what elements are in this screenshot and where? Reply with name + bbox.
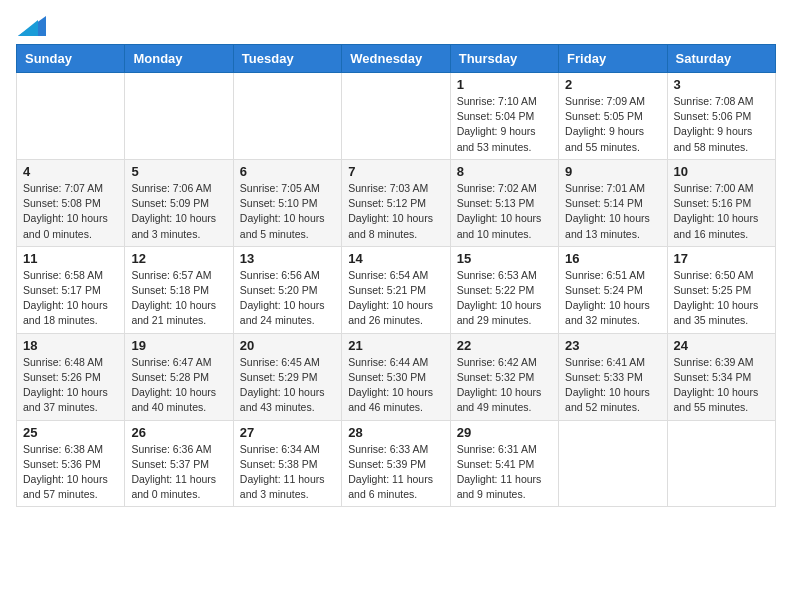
calendar-cell <box>233 73 341 160</box>
column-header-wednesday: Wednesday <box>342 45 450 73</box>
day-info: Sunrise: 6:45 AMSunset: 5:29 PMDaylight:… <box>240 355 335 416</box>
calendar-header-row: SundayMondayTuesdayWednesdayThursdayFrid… <box>17 45 776 73</box>
day-number: 3 <box>674 77 769 92</box>
day-number: 11 <box>23 251 118 266</box>
day-info: Sunrise: 7:01 AMSunset: 5:14 PMDaylight:… <box>565 181 660 242</box>
calendar-cell: 24Sunrise: 6:39 AMSunset: 5:34 PMDayligh… <box>667 333 775 420</box>
day-number: 18 <box>23 338 118 353</box>
svg-marker-1 <box>18 20 38 36</box>
column-header-sunday: Sunday <box>17 45 125 73</box>
calendar-cell <box>17 73 125 160</box>
logo <box>16 16 46 32</box>
day-info: Sunrise: 6:58 AMSunset: 5:17 PMDaylight:… <box>23 268 118 329</box>
calendar-cell: 7Sunrise: 7:03 AMSunset: 5:12 PMDaylight… <box>342 159 450 246</box>
day-info: Sunrise: 6:47 AMSunset: 5:28 PMDaylight:… <box>131 355 226 416</box>
calendar-cell: 17Sunrise: 6:50 AMSunset: 5:25 PMDayligh… <box>667 246 775 333</box>
day-number: 16 <box>565 251 660 266</box>
day-info: Sunrise: 6:51 AMSunset: 5:24 PMDaylight:… <box>565 268 660 329</box>
calendar-cell: 15Sunrise: 6:53 AMSunset: 5:22 PMDayligh… <box>450 246 558 333</box>
day-info: Sunrise: 6:42 AMSunset: 5:32 PMDaylight:… <box>457 355 552 416</box>
day-info: Sunrise: 7:00 AMSunset: 5:16 PMDaylight:… <box>674 181 769 242</box>
calendar-cell: 14Sunrise: 6:54 AMSunset: 5:21 PMDayligh… <box>342 246 450 333</box>
calendar-table: SundayMondayTuesdayWednesdayThursdayFrid… <box>16 44 776 507</box>
calendar-cell <box>342 73 450 160</box>
day-number: 20 <box>240 338 335 353</box>
day-number: 26 <box>131 425 226 440</box>
calendar-cell: 11Sunrise: 6:58 AMSunset: 5:17 PMDayligh… <box>17 246 125 333</box>
day-info: Sunrise: 6:54 AMSunset: 5:21 PMDaylight:… <box>348 268 443 329</box>
day-info: Sunrise: 7:07 AMSunset: 5:08 PMDaylight:… <box>23 181 118 242</box>
calendar-cell: 20Sunrise: 6:45 AMSunset: 5:29 PMDayligh… <box>233 333 341 420</box>
day-info: Sunrise: 7:08 AMSunset: 5:06 PMDaylight:… <box>674 94 769 155</box>
page-header <box>16 16 776 32</box>
day-number: 21 <box>348 338 443 353</box>
calendar-cell: 5Sunrise: 7:06 AMSunset: 5:09 PMDaylight… <box>125 159 233 246</box>
calendar-week-1: 1Sunrise: 7:10 AMSunset: 5:04 PMDaylight… <box>17 73 776 160</box>
calendar-cell: 12Sunrise: 6:57 AMSunset: 5:18 PMDayligh… <box>125 246 233 333</box>
calendar-cell: 16Sunrise: 6:51 AMSunset: 5:24 PMDayligh… <box>559 246 667 333</box>
calendar-cell: 28Sunrise: 6:33 AMSunset: 5:39 PMDayligh… <box>342 420 450 507</box>
day-info: Sunrise: 6:50 AMSunset: 5:25 PMDaylight:… <box>674 268 769 329</box>
day-number: 24 <box>674 338 769 353</box>
day-number: 4 <box>23 164 118 179</box>
calendar-cell: 19Sunrise: 6:47 AMSunset: 5:28 PMDayligh… <box>125 333 233 420</box>
calendar-cell: 3Sunrise: 7:08 AMSunset: 5:06 PMDaylight… <box>667 73 775 160</box>
day-info: Sunrise: 6:57 AMSunset: 5:18 PMDaylight:… <box>131 268 226 329</box>
day-number: 5 <box>131 164 226 179</box>
calendar-cell: 27Sunrise: 6:34 AMSunset: 5:38 PMDayligh… <box>233 420 341 507</box>
day-info: Sunrise: 7:06 AMSunset: 5:09 PMDaylight:… <box>131 181 226 242</box>
calendar-cell <box>667 420 775 507</box>
day-info: Sunrise: 7:02 AMSunset: 5:13 PMDaylight:… <box>457 181 552 242</box>
calendar-cell: 23Sunrise: 6:41 AMSunset: 5:33 PMDayligh… <box>559 333 667 420</box>
day-info: Sunrise: 6:56 AMSunset: 5:20 PMDaylight:… <box>240 268 335 329</box>
day-number: 1 <box>457 77 552 92</box>
calendar-cell: 26Sunrise: 6:36 AMSunset: 5:37 PMDayligh… <box>125 420 233 507</box>
day-number: 2 <box>565 77 660 92</box>
day-info: Sunrise: 6:44 AMSunset: 5:30 PMDaylight:… <box>348 355 443 416</box>
day-number: 10 <box>674 164 769 179</box>
calendar-cell: 10Sunrise: 7:00 AMSunset: 5:16 PMDayligh… <box>667 159 775 246</box>
column-header-saturday: Saturday <box>667 45 775 73</box>
day-info: Sunrise: 6:38 AMSunset: 5:36 PMDaylight:… <box>23 442 118 503</box>
calendar-cell: 1Sunrise: 7:10 AMSunset: 5:04 PMDaylight… <box>450 73 558 160</box>
day-number: 17 <box>674 251 769 266</box>
day-number: 28 <box>348 425 443 440</box>
day-number: 27 <box>240 425 335 440</box>
calendar-cell: 25Sunrise: 6:38 AMSunset: 5:36 PMDayligh… <box>17 420 125 507</box>
day-number: 13 <box>240 251 335 266</box>
calendar-week-4: 18Sunrise: 6:48 AMSunset: 5:26 PMDayligh… <box>17 333 776 420</box>
calendar-cell: 21Sunrise: 6:44 AMSunset: 5:30 PMDayligh… <box>342 333 450 420</box>
day-number: 7 <box>348 164 443 179</box>
calendar-cell: 2Sunrise: 7:09 AMSunset: 5:05 PMDaylight… <box>559 73 667 160</box>
day-info: Sunrise: 6:33 AMSunset: 5:39 PMDaylight:… <box>348 442 443 503</box>
day-number: 9 <box>565 164 660 179</box>
day-info: Sunrise: 6:53 AMSunset: 5:22 PMDaylight:… <box>457 268 552 329</box>
day-info: Sunrise: 7:10 AMSunset: 5:04 PMDaylight:… <box>457 94 552 155</box>
column-header-thursday: Thursday <box>450 45 558 73</box>
day-number: 12 <box>131 251 226 266</box>
calendar-cell: 18Sunrise: 6:48 AMSunset: 5:26 PMDayligh… <box>17 333 125 420</box>
calendar-cell: 9Sunrise: 7:01 AMSunset: 5:14 PMDaylight… <box>559 159 667 246</box>
day-info: Sunrise: 6:48 AMSunset: 5:26 PMDaylight:… <box>23 355 118 416</box>
calendar-cell: 8Sunrise: 7:02 AMSunset: 5:13 PMDaylight… <box>450 159 558 246</box>
calendar-cell: 6Sunrise: 7:05 AMSunset: 5:10 PMDaylight… <box>233 159 341 246</box>
day-number: 29 <box>457 425 552 440</box>
calendar-cell: 4Sunrise: 7:07 AMSunset: 5:08 PMDaylight… <box>17 159 125 246</box>
day-number: 8 <box>457 164 552 179</box>
column-header-monday: Monday <box>125 45 233 73</box>
day-number: 15 <box>457 251 552 266</box>
day-info: Sunrise: 6:36 AMSunset: 5:37 PMDaylight:… <box>131 442 226 503</box>
calendar-week-3: 11Sunrise: 6:58 AMSunset: 5:17 PMDayligh… <box>17 246 776 333</box>
column-header-friday: Friday <box>559 45 667 73</box>
calendar-cell <box>559 420 667 507</box>
day-number: 6 <box>240 164 335 179</box>
day-number: 14 <box>348 251 443 266</box>
day-info: Sunrise: 6:31 AMSunset: 5:41 PMDaylight:… <box>457 442 552 503</box>
calendar-week-5: 25Sunrise: 6:38 AMSunset: 5:36 PMDayligh… <box>17 420 776 507</box>
calendar-cell: 22Sunrise: 6:42 AMSunset: 5:32 PMDayligh… <box>450 333 558 420</box>
day-number: 25 <box>23 425 118 440</box>
calendar-cell: 29Sunrise: 6:31 AMSunset: 5:41 PMDayligh… <box>450 420 558 507</box>
day-info: Sunrise: 6:41 AMSunset: 5:33 PMDaylight:… <box>565 355 660 416</box>
day-info: Sunrise: 7:09 AMSunset: 5:05 PMDaylight:… <box>565 94 660 155</box>
logo-icon <box>18 16 46 36</box>
